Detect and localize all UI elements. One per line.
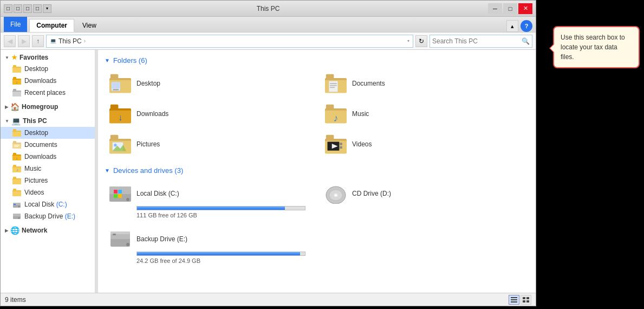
search-input[interactable]: [432, 37, 519, 45]
callout-annotation: Use this search box to locate your tax d…: [553, 26, 640, 68]
sidebar-item-thispc-desktop[interactable]: Desktop: [1, 127, 95, 139]
tab-file[interactable]: File: [4, 17, 27, 32]
sidebar-item-thispc-downloads[interactable]: ↓ Downloads: [1, 151, 95, 163]
minimize-button[interactable]: ─: [488, 3, 502, 14]
up-button[interactable]: ↑: [32, 35, 44, 47]
thispc-pictures-label: Pictures: [24, 177, 48, 184]
documents-folder-label: Documents: [352, 80, 385, 87]
ribbon-help-button[interactable]: ?: [521, 20, 532, 32]
sidebar-header-favorites[interactable]: ▼ ★ Favorites: [1, 52, 95, 63]
folder-documents[interactable]: Documents: [320, 70, 529, 97]
sidebar-item-music[interactable]: ♪ Music: [1, 163, 95, 175]
device-cd-d[interactable]: CD Drive (D:): [320, 180, 529, 221]
sidebar-item-favorites-downloads[interactable]: ↓ Downloads: [1, 75, 95, 87]
path-dropdown-arrow[interactable]: ▾: [407, 38, 409, 43]
back-button[interactable]: ◀: [4, 35, 16, 47]
view-details-button[interactable]: [509, 295, 519, 305]
tab-computer[interactable]: Computer: [29, 19, 74, 32]
ribbon-collapse-button[interactable]: ▴: [506, 20, 518, 32]
svg-rect-30: [12, 191, 21, 196]
path-text: This PC: [58, 37, 82, 45]
title-dropdown-arrow[interactable]: ▾: [43, 4, 51, 13]
svg-rect-12: [13, 129, 16, 131]
svg-rect-62: [110, 135, 119, 140]
svg-rect-50: [330, 85, 337, 86]
content-area: ▼ Folders (6): [98, 50, 536, 293]
view-tiles-button[interactable]: [521, 295, 531, 305]
svg-point-89: [126, 243, 129, 246]
address-bar: ◀ ▶ ↑ 💻 This PC › ▾ ↻ 🔍: [1, 33, 536, 50]
sidebar-item-pictures[interactable]: Pictures: [1, 175, 95, 186]
svg-point-64: [114, 144, 116, 146]
thispc-arrow-icon: ▼: [5, 119, 9, 124]
forward-button[interactable]: ▶: [18, 35, 30, 47]
videos-folder-label: Videos: [352, 140, 372, 148]
sidebar-item-downloads-label: Downloads: [24, 77, 56, 85]
thispc-desktop-icon: [12, 128, 21, 137]
sidebar-item-localc[interactable]: Local Disk (C:): [1, 198, 95, 210]
sidebar-header-homegroup[interactable]: ▶ 🏠 Homegroup: [1, 101, 95, 113]
title-icon-2[interactable]: □: [14, 4, 22, 13]
svg-rect-72: [340, 146, 342, 149]
local-disk-icon: [12, 200, 21, 209]
svg-rect-68: [326, 135, 334, 140]
sidebar-section-homegroup: ▶ 🏠 Homegroup: [1, 101, 95, 113]
device-c-top: Local Disk (C:): [108, 183, 310, 204]
svg-rect-2: [13, 65, 16, 67]
title-icon-3[interactable]: □: [23, 4, 32, 13]
device-c-free: 111 GB free of 126 GB: [136, 212, 310, 218]
search-icon[interactable]: 🔍: [522, 37, 530, 45]
svg-rect-49: [330, 83, 337, 84]
folder-music[interactable]: ♪ Music: [320, 100, 529, 127]
folder-videos[interactable]: Videos: [320, 131, 529, 158]
device-c-info: Local Disk (C:): [136, 190, 179, 197]
network-icon: 🌐: [10, 226, 19, 235]
thispc-music-label: Music: [24, 165, 41, 172]
sidebar-header-network[interactable]: ▶ 🌐 Network: [1, 224, 95, 236]
folders-section-header: ▼ Folders (6): [105, 56, 529, 65]
sidebar-item-desktop[interactable]: Desktop: [1, 63, 95, 75]
local-disk-c-icon: [108, 183, 132, 204]
address-path[interactable]: 💻 This PC › ▾: [46, 35, 413, 48]
svg-rect-90: [113, 234, 116, 235]
svg-text:♪: ♪: [333, 113, 338, 124]
svg-rect-77: [114, 194, 118, 198]
sidebar-item-documents[interactable]: Documents: [1, 139, 95, 151]
close-button[interactable]: ✕: [518, 3, 532, 14]
svg-rect-9: [13, 89, 16, 91]
path-arrow: ›: [84, 38, 86, 44]
downloads-folder-icon: ↓: [12, 76, 21, 85]
thispc-backupe-label: Backup Drive (E:): [24, 213, 75, 220]
music-icon: ♪: [12, 164, 21, 173]
tab-view[interactable]: View: [75, 19, 103, 32]
device-local-c[interactable]: Local Disk (C:) 111 GB free of 126 GB: [105, 180, 314, 221]
folder-pictures[interactable]: Pictures: [105, 131, 314, 158]
device-c-progress-bar: [136, 206, 305, 210]
maximize-button[interactable]: □: [503, 3, 517, 14]
folder-desktop[interactable]: Desktop: [105, 70, 314, 97]
refresh-button[interactable]: ↻: [415, 35, 427, 47]
svg-rect-34: [14, 204, 16, 205]
device-backup-e[interactable]: Backup Drive (E:) 24.2 GB free of 24.9 G…: [105, 226, 314, 267]
pictures-icon: [12, 176, 21, 185]
downloads-folder-label: Downloads: [136, 110, 168, 118]
svg-rect-20: [13, 153, 16, 155]
folders-header-label: Folders (6): [113, 56, 147, 65]
svg-rect-27: [12, 179, 21, 184]
svg-rect-28: [13, 177, 16, 179]
svg-point-35: [18, 206, 20, 208]
title-icon-1[interactable]: □: [4, 4, 12, 13]
documents-icon: [12, 140, 21, 149]
sidebar-item-recent[interactable]: Recent places: [1, 87, 95, 99]
svg-rect-58: [326, 105, 334, 110]
title-icon-4[interactable]: □: [33, 4, 42, 13]
svg-rect-91: [511, 297, 517, 298]
svg-rect-97: [526, 300, 529, 302]
folder-downloads[interactable]: ↓ Downloads: [105, 100, 314, 127]
main-content: ▼ ★ Favorites Desktop ↓ Downloads: [1, 50, 536, 293]
sidebar-item-backupe[interactable]: Backup Drive (E:): [1, 210, 95, 222]
sidebar-header-thispc[interactable]: ▼ 💻 This PC: [1, 115, 95, 127]
sidebar-item-videos[interactable]: Videos: [1, 186, 95, 198]
svg-rect-76: [118, 190, 122, 194]
thispc-localc-label: Local Disk (C:): [24, 201, 67, 208]
